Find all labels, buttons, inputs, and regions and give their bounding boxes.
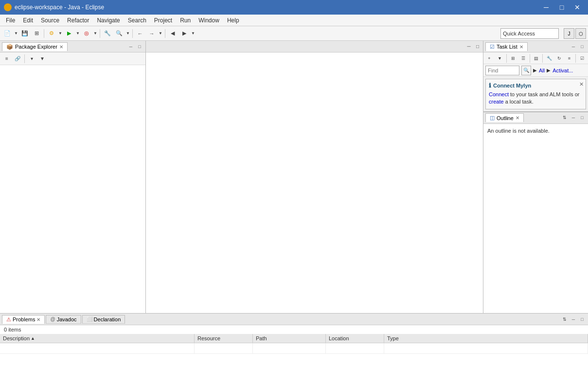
package-explorer-maximize[interactable]: □ [136, 43, 143, 51]
connect-text2: a local task. [504, 99, 534, 105]
toolbar-search-button[interactable]: 🔍 [114, 28, 125, 39]
task-all-link[interactable]: All [539, 68, 545, 73]
task-list-section: ☑ Task List ✕ ─ □ + ▼ ⊞ ☰ ▤ 🔧 ↻ [483, 41, 588, 112]
task-list-close[interactable]: ✕ [519, 44, 523, 50]
task-list-maximize[interactable]: □ [578, 43, 586, 51]
outline-maximize-btn[interactable]: □ [578, 114, 586, 122]
minimize-button[interactable]: ─ [539, 2, 553, 13]
toolbar-new-dropdown[interactable]: ▼ [14, 28, 18, 39]
outline-tab[interactable]: ◫ Outline ✕ [485, 113, 524, 122]
col-path[interactable]: Path [253, 334, 326, 343]
task-add-dropdown[interactable]: ▼ [495, 53, 505, 63]
bottom-filter-btn[interactable]: ⇅ [561, 315, 569, 323]
toolbar-nav-dropdown[interactable]: ▼ [158, 28, 163, 39]
perspective-java-button[interactable]: J [564, 28, 574, 39]
outline-minimize-btn[interactable]: ─ [570, 114, 577, 122]
toolbar-run-button[interactable]: ▶ [64, 28, 74, 39]
menu-refactor[interactable]: Refactor [63, 16, 93, 25]
toolbar-coverage-dropdown[interactable]: ▼ [93, 28, 98, 39]
col-description[interactable]: Description ▲ [0, 334, 195, 343]
bottom-minimize-btn[interactable]: ─ [570, 315, 577, 323]
package-explorer-close[interactable]: ✕ [59, 44, 63, 50]
connect-mylyn-close-btn[interactable]: ✕ [579, 81, 584, 88]
bottom-tab-javadoc[interactable]: @ Javadoc [46, 315, 81, 324]
connect-text1: to your task and ALM tools or [509, 91, 580, 97]
panels-container: 📦 Package Explorer ✕ ─ □ ≡ 🔗 ▾ ▼ ─ □ [0, 41, 588, 313]
menu-help[interactable]: Help [223, 16, 243, 25]
toolbar-back-button[interactable]: ◀ [167, 28, 178, 39]
task-present-btn[interactable]: ☑ [577, 53, 587, 63]
task-add-btn[interactable]: + [484, 53, 494, 63]
menu-navigate[interactable]: Navigate [93, 16, 124, 25]
bottom-table-body [0, 343, 588, 368]
problems-close[interactable]: ✕ [36, 317, 40, 322]
toolbar-debug-dropdown[interactable]: ▼ [58, 28, 63, 39]
menu-file[interactable]: File [2, 16, 19, 25]
task-activate-link[interactable]: Activat... [552, 68, 573, 73]
toolbar-run-dropdown[interactable]: ▼ [75, 28, 80, 39]
title-bar-left: eclipse-workspace - Java - Eclipse [4, 3, 104, 11]
menu-run[interactable]: Run [176, 16, 195, 25]
package-explorer-label: Package Explorer [15, 44, 57, 50]
task-list-minimize[interactable]: ─ [570, 43, 577, 51]
toolbar-next-edit-button[interactable]: → [146, 28, 157, 39]
task-categorize-btn[interactable]: ▤ [532, 53, 541, 63]
editor-maximize-btn[interactable]: □ [474, 43, 481, 50]
editor-content[interactable] [146, 53, 483, 313]
toolbar-prev-edit-button[interactable]: ← [135, 28, 145, 39]
toolbar-new-button[interactable]: 📄 [2, 28, 13, 39]
toolbar-coverage-button[interactable]: ◎ [81, 28, 92, 39]
outline-close[interactable]: ✕ [516, 115, 519, 121]
bottom-panel: ⚠ Problems ✕ @ Javadoc ⬜ Declaration ⇅ ─… [0, 313, 588, 368]
col-type[interactable]: Type [384, 334, 588, 343]
toolbar-save-button[interactable]: 💾 [19, 28, 30, 39]
problems-label: Problems [13, 316, 35, 322]
col-location[interactable]: Location [326, 334, 384, 343]
maximize-button[interactable]: □ [555, 2, 569, 13]
connect-link[interactable]: Connect [489, 91, 509, 97]
toolbar-search-dropdown[interactable]: ▼ [125, 28, 130, 39]
toolbar-open-type-button[interactable]: 🔧 [102, 28, 113, 39]
pe-link-btn[interactable]: 🔗 [13, 54, 22, 64]
menu-bar: File Edit Source Refactor Navigate Searc… [0, 15, 588, 26]
task-settings-btn[interactable]: 🔧 [544, 53, 554, 63]
perspective-debug-button[interactable]: ⬡ [575, 28, 586, 39]
task-list-tab[interactable]: ☑ Task List ✕ [485, 42, 528, 51]
pe-settings-btn[interactable]: ▾ [27, 54, 36, 64]
javadoc-at: @ [50, 316, 55, 322]
task-filter1-btn[interactable]: ⊞ [508, 53, 518, 63]
task-list-icon: ☑ [490, 44, 495, 50]
outline-sort-btn[interactable]: ⇅ [561, 114, 569, 122]
task-filter2-btn[interactable]: ☰ [518, 53, 528, 63]
menu-search[interactable]: Search [124, 16, 150, 25]
task-find-button[interactable]: 🔍 [521, 66, 531, 75]
toolbar-debug-button[interactable]: ⚙ [46, 28, 57, 39]
pe-separator [24, 54, 25, 63]
menu-window[interactable]: Window [195, 16, 223, 25]
bottom-tab-declaration[interactable]: ⬜ Declaration [82, 315, 125, 324]
toolbar-history-dropdown[interactable]: ▼ [191, 28, 196, 39]
bottom-status: 0 items [0, 325, 588, 334]
toolbar-save-all-button[interactable]: ⊞ [31, 28, 42, 39]
task-find-input[interactable] [485, 66, 519, 75]
task-sync-btn[interactable]: ↻ [554, 53, 564, 63]
editor-minimize-btn[interactable]: ─ [465, 43, 472, 50]
close-button[interactable]: ✕ [570, 2, 584, 13]
pe-dropdown-btn[interactable]: ▼ [37, 54, 47, 64]
col-resource[interactable]: Resource [195, 334, 253, 343]
bottom-tab-problems[interactable]: ⚠ Problems ✕ [2, 315, 45, 324]
package-explorer-minimize[interactable]: ─ [127, 43, 135, 51]
declaration-icon: ⬜ [87, 316, 92, 322]
quick-access-box[interactable]: Quick Access [500, 28, 559, 39]
package-explorer-tab[interactable]: 📦 Package Explorer ✕ [2, 42, 68, 51]
task-list-label: Task List [497, 44, 517, 50]
toolbar-forward-button[interactable]: ▶ [179, 28, 190, 39]
menu-source[interactable]: Source [37, 16, 63, 25]
menu-project[interactable]: Project [150, 16, 176, 25]
pe-collapse-btn[interactable]: ≡ [2, 54, 12, 64]
task-list-controls: ─ □ [570, 43, 586, 51]
task-collapse-btn[interactable]: ≡ [565, 53, 574, 63]
bottom-maximize-btn[interactable]: □ [578, 315, 586, 323]
menu-edit[interactable]: Edit [19, 16, 37, 25]
create-link[interactable]: create [489, 99, 504, 105]
